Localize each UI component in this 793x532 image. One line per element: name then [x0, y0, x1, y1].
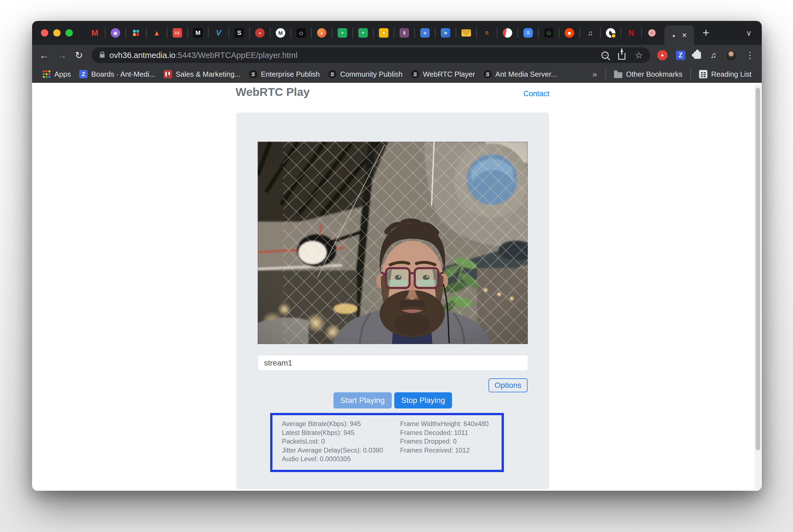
adblock-icon[interactable]: ● [658, 50, 667, 60]
tab-close-icon[interactable]: × [682, 31, 687, 39]
mail-favicon[interactable] [456, 21, 476, 45]
netflix-favicon[interactable]: N [621, 21, 642, 45]
menu-kebab-icon[interactable]: ⋮ [745, 51, 755, 60]
tab-search-chevron-icon[interactable]: ∨ [746, 28, 752, 38]
browser-window: M ◉ ▲ lll M V S ● M [32, 21, 762, 491]
s-app-favicon[interactable]: S [229, 21, 249, 45]
gitlab-favicon[interactable]: ▲ [146, 21, 167, 45]
bookmarks-bar: Apps Z Boards · Ant-Medi... Sales & Mark… [32, 65, 762, 83]
bookmark-star-icon[interactable]: ☆ [635, 51, 643, 60]
fullscreen-window-button[interactable] [65, 29, 73, 37]
bookmark-enterprise-publish[interactable]: S Enterprise Publish [245, 68, 324, 80]
toolbar: ← → ↻ ovh36.antmedia.io :5443/WebRTCAppE… [32, 45, 762, 65]
stat-line: Frame WidthxHeight: 640x480 [400, 420, 489, 429]
blue-board-favicon[interactable]: ≡ [415, 21, 435, 45]
bookmark-apps[interactable]: Apps [38, 68, 75, 80]
github-favicon[interactable]: ♞ [600, 21, 621, 45]
stackoverflow-favicon[interactable]: ≡ [476, 21, 497, 45]
zoom-out-icon[interactable]: − [601, 52, 609, 59]
player-buttons: Start Playing Stop Playing [237, 392, 549, 408]
profile-avatar[interactable] [725, 49, 737, 61]
forward-button[interactable]: → [57, 51, 67, 60]
stat-line: Frames Decoded: 1011 [400, 429, 489, 437]
minimize-window-button[interactable] [53, 29, 60, 37]
tab-strip: M ◉ ▲ lll M V S ● M [32, 21, 762, 45]
toolbar-extensions: ● Z ♫ ⋮ [658, 49, 755, 61]
extensions-puzzle-icon[interactable] [694, 52, 701, 59]
active-tab[interactable]: ▲ × [664, 25, 694, 45]
blue-chevron-favicon[interactable]: » [435, 21, 456, 45]
reading-list[interactable]: Reading List [695, 68, 756, 80]
bookmark-sales-marketing[interactable]: Sales & Marketing... [159, 68, 245, 80]
audio-playing-tab-favicon[interactable]: ♫ [580, 21, 600, 45]
address-bar-actions: − ☆ [601, 51, 643, 60]
onepassword-favicon[interactable]: ◉ [105, 21, 126, 45]
gmail-favicon[interactable]: M [84, 21, 105, 45]
lock-icon [100, 54, 105, 58]
stats-right-column: Frame WidthxHeight: 640x480Frames Decode… [400, 420, 489, 455]
bookmark-ant-media-server[interactable]: S Ant Media Server... [479, 68, 561, 80]
url-path: :5443/WebRTCAppEE/player.html [176, 51, 298, 60]
new-tab-button[interactable]: + [702, 28, 709, 38]
folder-icon [614, 72, 622, 78]
prism-favicon[interactable]: ◇ [291, 21, 311, 45]
bookmarks-divider [605, 70, 606, 79]
hexagon-equals-favicon[interactable]: = [518, 21, 539, 45]
options-button[interactable]: Options [489, 378, 528, 392]
back-button[interactable]: ← [39, 51, 49, 60]
address-bar[interactable]: ovh36.antmedia.io :5443/WebRTCAppEE/play… [92, 48, 650, 63]
bookmarks-overflow-chevron[interactable]: » [588, 70, 601, 79]
google-sheets-favicon[interactable]: + [353, 21, 373, 45]
trello-board-favicon[interactable]: ‖ [394, 21, 415, 45]
other-bookmarks[interactable]: Other Bookmarks [610, 68, 686, 80]
stream-id-input[interactable] [258, 355, 528, 371]
media-queue-icon[interactable]: ♫ [711, 51, 717, 59]
stat-line: Latest Bitrate(Kbps): 945 [282, 429, 383, 437]
medium-favicon[interactable]: M [188, 21, 208, 45]
reload-button[interactable]: ↻ [75, 51, 83, 60]
window-controls [41, 21, 73, 45]
mountain-favicon[interactable]: ▲ [311, 21, 332, 45]
red-badge-favicon[interactable]: ● [249, 21, 270, 45]
page-title: WebRTC Play [235, 86, 310, 99]
bookmark-webrtc-player[interactable]: S WebRTC Player [407, 68, 479, 80]
medium-bars-favicon[interactable]: lll [167, 21, 188, 45]
clock-favicon[interactable] [497, 21, 518, 45]
start-playing-button[interactable]: Start Playing [334, 392, 392, 408]
player-card: Options Start Playing Stop Playing Avera… [237, 113, 549, 489]
vimeo-favicon[interactable]: V [208, 21, 229, 45]
stat-line: PacketsLost: 0 [282, 437, 383, 446]
pixel-face-favicon[interactable]: ☺ [539, 21, 559, 45]
google-slides-favicon[interactable]: ■ [373, 21, 394, 45]
stats-box: Average Bitrate(Kbps): 945Latest Bitrate… [270, 413, 504, 472]
stat-line: Average Bitrate(Kbps): 945 [282, 420, 383, 429]
video-player[interactable] [258, 141, 528, 344]
zotero-icon[interactable]: Z [676, 51, 685, 60]
reading-list-icon [699, 70, 707, 78]
stat-line: Audio Level: 0.0000305 [282, 455, 383, 464]
stat-line: Frames Dropped: 0 [400, 437, 489, 446]
bookmark-community-publish[interactable]: S Community Publish [324, 68, 407, 80]
scrollbar-thumb[interactable] [756, 88, 760, 450]
video-frame [258, 141, 528, 344]
stop-playing-button[interactable]: Stop Playing [394, 392, 452, 408]
close-window-button[interactable] [41, 29, 48, 37]
bookmarks-divider [691, 70, 691, 79]
page-content: WebRTC Play Contact [32, 83, 762, 491]
google-sheets-favicon[interactable]: + [332, 21, 353, 45]
stat-line: Jitter Average Delay(Secs): 0.0380 [282, 446, 383, 455]
m-circle-favicon[interactable]: M [270, 21, 291, 45]
bookmark-boards-ant-media[interactable]: Z Boards · Ant-Medi... [75, 68, 159, 80]
contact-link[interactable]: Contact [523, 90, 549, 98]
stats-left-column: Average Bitrate(Kbps): 945Latest Bitrate… [282, 420, 383, 464]
url-host: ovh36.antmedia.io [110, 51, 176, 60]
share-icon[interactable] [618, 53, 625, 60]
reddit-favicon[interactable]: ☻ [559, 21, 580, 45]
recording-favicon[interactable] [642, 21, 662, 45]
page-scrollbar[interactable] [755, 84, 761, 490]
bookmarks-list: Apps Z Boards · Ant-Medi... Sales & Mark… [38, 68, 561, 80]
slack-favicon[interactable] [126, 21, 146, 45]
pinned-tabs: M ◉ ▲ lll M V S ● M [84, 21, 662, 45]
stat-line: Frames Received: 1012 [400, 446, 489, 455]
active-tab-favicon: ▲ [672, 33, 676, 38]
